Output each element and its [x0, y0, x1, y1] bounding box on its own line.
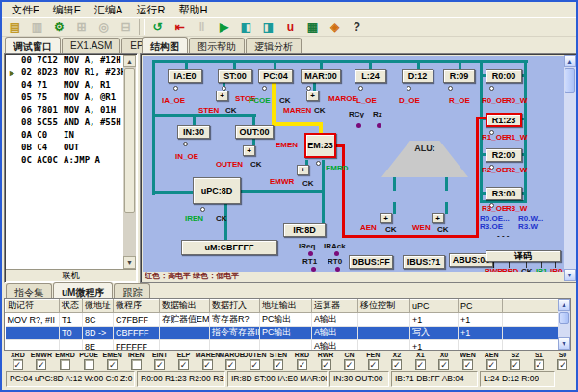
signal-checkbox-pcoe[interactable] — [84, 359, 94, 370]
reset-icon[interactable]: ↺ — [147, 18, 168, 36]
waveform-icon[interactable]: ▦ — [302, 18, 323, 36]
signal-checkbox-eint[interactable]: ✓ — [154, 359, 165, 370]
menu-run[interactable]: 运行R — [129, 2, 171, 18]
code-line[interactable]: 0B C4OUT — [6, 143, 123, 155]
code-line[interactable]: 04 71MOV A, R1 — [6, 80, 123, 92]
signal-checkbox-x2[interactable]: ✓ — [391, 359, 402, 370]
register-ST[interactable]: ST:00 — [218, 69, 252, 83]
load-data-icon[interactable]: ◨ — [258, 18, 278, 36]
code-scrollbar[interactable]: ▲ ▼ — [123, 55, 136, 269]
signal-checkbox-maren[interactable]: ✓ — [202, 359, 213, 370]
register-EM[interactable]: EM:23 — [304, 133, 336, 158]
code-line[interactable]: 0C AC0CA:JMP A — [6, 155, 123, 168]
load-program-icon[interactable]: ◧ — [236, 18, 256, 36]
copy-icon[interactable]: ⊞ — [71, 18, 92, 36]
code-line[interactable]: 00 7C12MOV A, #12H — [6, 55, 123, 67]
diagram-scrollbar[interactable]: ▲ ▼ — [564, 55, 576, 281]
microprogram-row[interactable]: 8EFFFFFFA输出+1 — [6, 340, 561, 352]
scroll-down-icon[interactable]: ▼ — [558, 337, 570, 350]
signal-checkbox-outen[interactable]: ✓ — [250, 359, 260, 370]
scroll-up-icon[interactable]: ▲ — [564, 55, 576, 67]
signal-checkbox-xrd[interactable]: ✓ — [13, 359, 23, 370]
column-header: 状态 — [60, 300, 83, 313]
signal-checkbox-rrd[interactable]: ✓ — [297, 359, 307, 370]
signal-checkbox-elp[interactable]: ✓ — [178, 359, 189, 370]
table-scrollbar[interactable]: ▲ ▼ — [558, 299, 570, 350]
register-uM[interactable]: uM:CBFFFF — [181, 240, 277, 255]
code-line[interactable]: 0A C0IN — [6, 130, 123, 143]
micro-program-icon[interactable]: u — [280, 18, 301, 36]
pause-icon[interactable]: ‖ — [192, 18, 212, 36]
find-icon[interactable]: ◎ — [93, 18, 114, 36]
step-into-icon[interactable]: ⇤ — [170, 18, 190, 36]
code-line[interactable]: ►02 8D23MOV R1, #23H — [6, 67, 123, 80]
scrollbar-thumb[interactable] — [559, 312, 569, 324]
register-uPC[interactable]: uPC:8D — [193, 177, 241, 204]
run-program-icon[interactable]: ▶ — [214, 18, 234, 36]
microprogram-row[interactable]: T08D ->CBFFFF指令寄存器IRPC输出A输出写入+1 — [6, 327, 561, 340]
signal-checkbox-iren[interactable] — [131, 359, 142, 370]
signal-checkbox-emrd[interactable] — [60, 359, 70, 370]
register-D[interactable]: D:12 — [402, 69, 434, 83]
assembly-listing[interactable]: 00 7C12MOV A, #12H►02 8D23MOV R1, #23H04… — [6, 55, 123, 269]
menu-file[interactable]: 文件F — [5, 2, 46, 18]
open-file-icon[interactable]: ▤ — [5, 18, 25, 36]
scroll-down-icon[interactable]: ▼ — [564, 269, 576, 281]
scroll-down-icon[interactable]: ▼ — [123, 256, 136, 269]
register-R0[interactable]: R0:00 — [486, 69, 522, 83]
scroll-up-icon[interactable]: ▲ — [123, 55, 136, 67]
signal-checkbox-wen[interactable]: ✓ — [462, 359, 473, 370]
signal-checkbox-cn[interactable]: ✓ — [344, 359, 355, 370]
signal-checkbox-s1[interactable]: ✓ — [534, 359, 544, 370]
code-line[interactable]: 05 75MOV A, @R1 — [6, 92, 123, 105]
tab-left-2[interactable]: EX1.ASM — [62, 38, 120, 54]
signal-checkbox-aen[interactable]: ✓ — [486, 359, 497, 370]
reload-file-icon[interactable]: ⊟ — [116, 18, 136, 36]
signal-checkbox-emwr[interactable]: ✓ — [36, 359, 46, 370]
assemble-source-icon[interactable]: ⚙ — [49, 18, 69, 36]
signal-label-r3oe: R3.OE — [480, 222, 503, 231]
tab-left-1[interactable]: 调试窗口 — [5, 37, 61, 53]
save-file-icon[interactable]: ▥ — [27, 18, 47, 36]
register-IR[interactable]: IR:8D — [283, 223, 326, 237]
logic-analyzer-icon[interactable]: ◈ — [325, 18, 345, 36]
register-R3[interactable]: R3:00 — [486, 187, 522, 200]
code-line[interactable]: 08 5C55AND A, #55H — [6, 118, 123, 130]
scrollbar-thumb[interactable] — [565, 68, 575, 93]
scrollbar-thumb[interactable] — [124, 68, 135, 213]
register-DBUS[interactable]: DBUS:FF — [349, 255, 393, 269]
tab-right-2[interactable]: 图示帮助 — [189, 38, 245, 54]
scroll-up-icon[interactable]: ▲ — [558, 299, 570, 311]
tab-bottom-2[interactable]: uM微程序 — [53, 282, 113, 299]
microprogram-row[interactable]: MOV R?, #IIT18CC7FBFF存贮器值EM寄存器R?PC输出A输出+… — [6, 313, 561, 327]
register-IBUS[interactable]: IBUS:71 — [403, 255, 445, 269]
signal-checkbox-s0[interactable]: ✓ — [557, 359, 567, 370]
menu-assemble[interactable]: 汇编A — [88, 2, 129, 18]
tip-help-icon[interactable]: ? — [347, 18, 367, 36]
status-section-6: L:24 D:12 R:09 — [480, 371, 555, 387]
signal-checkbox-s2[interactable]: ✓ — [510, 359, 520, 370]
signal-checkbox-emen[interactable]: ✓ — [107, 359, 118, 370]
signal-checkbox-fen[interactable]: ✓ — [368, 359, 379, 370]
tab-right-1[interactable]: 结构图 — [142, 37, 188, 53]
signal-checkbox-rwr[interactable]: ✓ — [321, 359, 331, 370]
tab-right-3[interactable]: 逻辑分析 — [246, 38, 302, 54]
register-IN[interactable]: IN:30 — [177, 125, 210, 139]
register-L[interactable]: L:24 — [355, 69, 386, 83]
code-line[interactable]: 06 7801MOV A, 01H — [6, 105, 123, 118]
signal-label-r3w: R3_W — [506, 204, 527, 213]
register-MAR[interactable]: MAR:00 — [301, 69, 341, 83]
register-DECODER[interactable]: 译码 — [486, 250, 561, 262]
register-R[interactable]: R:09 — [443, 69, 475, 83]
register-IA[interactable]: IA:E0 — [168, 69, 202, 83]
register-R1[interactable]: R1:23 — [486, 113, 522, 127]
signal-checkbox-x1[interactable]: ✓ — [415, 359, 426, 370]
signal-checkbox-sten[interactable]: ✓ — [273, 359, 283, 370]
register-OUT[interactable]: OUT:00 — [235, 125, 274, 139]
signal-checkbox-maroe[interactable]: ✓ — [225, 359, 236, 370]
menu-edit[interactable]: 编辑E — [46, 2, 88, 18]
menu-help[interactable]: 帮助H — [171, 2, 214, 18]
register-PC[interactable]: PC:04 — [258, 69, 293, 83]
signal-checkbox-x0[interactable]: ✓ — [438, 359, 449, 370]
register-R2[interactable]: R2:00 — [486, 148, 522, 162]
